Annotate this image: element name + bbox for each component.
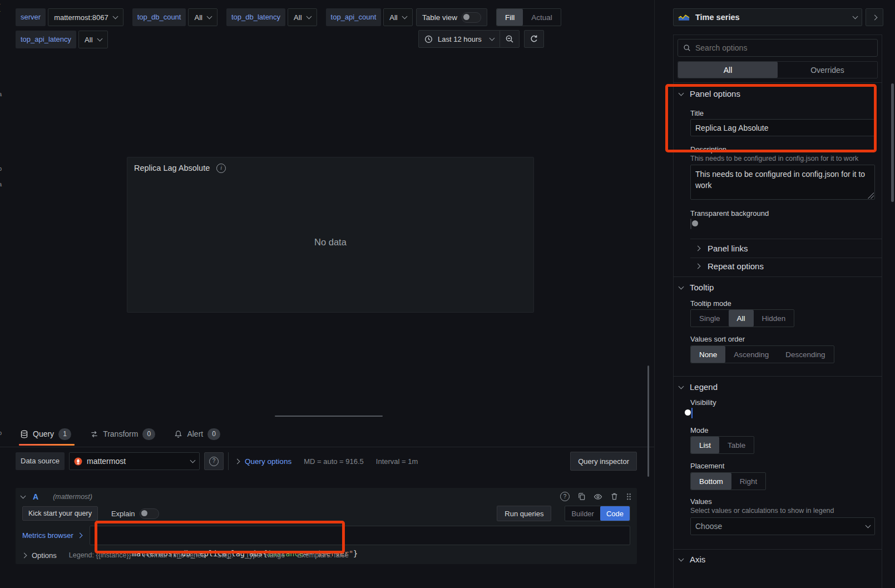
transparent-background-toggle[interactable] — [690, 219, 691, 229]
datasource-select[interactable]: mattermost — [69, 452, 200, 470]
chevron-down-icon — [679, 383, 684, 389]
panel-options-header[interactable]: Panel options — [679, 89, 740, 98]
grafana-panel-editor: r r l a b a o server mattermost:8067 top… — [0, 0, 895, 588]
pane-splitter-handle[interactable] — [275, 416, 383, 417]
sidebar-scrollbar[interactable] — [891, 83, 894, 202]
edge-fragment: a — [0, 181, 2, 187]
table-view-control: Table view — [416, 8, 487, 26]
legend-mode-group: List Table — [690, 436, 754, 454]
legend-mode-table[interactable]: Table — [719, 437, 754, 453]
variable-value-server[interactable]: mattermost:8067 — [48, 8, 123, 26]
explain-label: Explain — [111, 510, 135, 518]
placement-bottom[interactable]: Bottom — [691, 473, 731, 490]
fill-option[interactable]: Fill — [497, 9, 523, 26]
edge-fragment: r — [0, 2, 1, 8]
search-icon — [683, 44, 691, 52]
filter-tab-all[interactable]: All — [678, 62, 778, 78]
query-help-icon[interactable]: ? — [560, 492, 570, 501]
variable-label-top-db-latency[interactable]: top_db_latency — [226, 8, 285, 26]
datasource-label: Data source — [16, 452, 65, 470]
tooltip-mode-single[interactable]: Single — [691, 310, 729, 327]
legend-values-select[interactable]: Choose — [690, 517, 875, 535]
repeat-options-header[interactable]: Repeat options — [696, 261, 764, 271]
query-inspector-button[interactable]: Query inspector — [570, 452, 637, 471]
refresh-button[interactable] — [524, 30, 544, 48]
chevron-down-icon — [306, 14, 311, 19]
duplicate-query-icon[interactable] — [577, 492, 586, 501]
builder-code-group: Builder Code — [565, 506, 630, 521]
options-toggle[interactable]: Options — [22, 551, 57, 560]
variable-label-server[interactable]: server — [16, 8, 46, 26]
collapse-pane-button[interactable] — [866, 8, 883, 26]
query-options-toggle[interactable]: Query options — [235, 457, 291, 466]
edge-fragment: b — [0, 165, 2, 172]
panel-description-textarea[interactable]: This needs to be configured in config.js… — [690, 165, 875, 200]
sort-none[interactable]: None — [691, 346, 725, 363]
run-queries-button[interactable]: Run queries — [497, 506, 551, 521]
description-hint: This needs to be configured in config.js… — [690, 155, 879, 162]
placement-right[interactable]: Right — [731, 473, 766, 490]
variable-top-api-count: top_api_count All — [326, 8, 413, 26]
tab-alert[interactable]: Alert 0 — [174, 428, 220, 440]
transform-icon — [90, 430, 98, 438]
query-datasource-hint: (mattermost) — [53, 493, 92, 501]
tab-transform[interactable]: Transform 0 — [90, 428, 155, 440]
legend-section-header[interactable]: Legend — [679, 382, 718, 392]
datasource-help-button[interactable]: ? — [204, 452, 224, 470]
chevron-down-icon — [402, 14, 407, 19]
tooltip-section-header[interactable]: Tooltip — [679, 283, 714, 292]
info-icon[interactable]: i — [216, 164, 226, 173]
code-option[interactable]: Code — [600, 506, 630, 521]
legend-values-label: Values — [690, 497, 712, 506]
option-format: Format: Time series — [144, 551, 205, 559]
interval-value: Interval = 1m — [376, 457, 418, 466]
variable-value-top-db-count[interactable]: All — [188, 8, 217, 26]
metrics-browser-toggle[interactable]: Metrics browser — [22, 531, 82, 540]
sort-ascending[interactable]: Ascending — [725, 346, 777, 363]
hide-query-eye-icon[interactable] — [594, 492, 602, 501]
visualization-picker[interactable]: Time series — [673, 8, 862, 26]
time-range-picker[interactable]: Last 12 hours — [418, 30, 500, 48]
sort-descending[interactable]: Descending — [777, 346, 833, 363]
tooltip-mode-hidden[interactable]: Hidden — [754, 310, 794, 327]
variable-value-top-db-latency[interactable]: All — [288, 8, 317, 26]
textarea-resize-grip[interactable] — [868, 192, 874, 199]
variable-label-top-db-count[interactable]: top_db_count — [132, 8, 186, 26]
tooltip-mode-all[interactable]: All — [729, 310, 754, 327]
axis-section-header[interactable]: Axis — [679, 555, 705, 564]
delete-query-trash-icon[interactable] — [610, 492, 619, 501]
chevron-down-icon — [679, 556, 684, 561]
explain-toggle[interactable] — [140, 508, 159, 519]
builder-option[interactable]: Builder — [565, 506, 600, 521]
query-expression-row: Metrics browser mattermost_db_replica_la… — [16, 524, 637, 546]
drag-handle-icon[interactable] — [626, 493, 631, 500]
variable-label-top-api-count[interactable]: top_api_count — [326, 8, 382, 26]
variable-value-top-api-count[interactable]: All — [383, 8, 412, 26]
legend-mode-list[interactable]: List — [691, 437, 719, 453]
table-view-toggle[interactable] — [462, 12, 481, 23]
kick-start-button[interactable]: Kick start your query — [22, 506, 98, 521]
actual-option[interactable]: Actual — [523, 9, 561, 26]
tab-transform-label: Transform — [103, 429, 138, 438]
chevron-down-icon — [206, 14, 212, 19]
promql-code-input[interactable]: mattermost_db_replica_lag_abs{instance=~… — [90, 526, 630, 545]
panel-header[interactable]: Replica Lag Absolute i — [127, 157, 533, 179]
chevron-down-icon — [112, 14, 118, 19]
tab-alert-label: Alert — [187, 429, 203, 438]
filter-tab-overrides[interactable]: Overrides — [778, 62, 877, 78]
zoom-out-button[interactable] — [500, 30, 520, 48]
variable-value-top-api-latency[interactable]: All — [78, 31, 107, 48]
search-options-input[interactable] — [695, 43, 872, 52]
panel-links-header[interactable]: Panel links — [696, 244, 748, 253]
chevron-right-icon — [695, 264, 701, 269]
variable-label-top-api-latency[interactable]: top_api_latency — [16, 31, 76, 48]
legend-values-hint: Select values or calculations to show in… — [690, 507, 834, 515]
legend-visibility-toggle[interactable] — [691, 408, 693, 418]
query-row-header[interactable]: A (mattermost) ? — [16, 488, 637, 505]
refresh-icon — [530, 34, 538, 43]
variable-top-db-count: top_db_count All — [132, 8, 217, 26]
options-label: Options — [32, 551, 57, 560]
main-scrollbar[interactable] — [647, 365, 649, 477]
panel-title-input[interactable] — [690, 119, 875, 136]
tab-query[interactable]: Query 1 — [20, 428, 71, 440]
